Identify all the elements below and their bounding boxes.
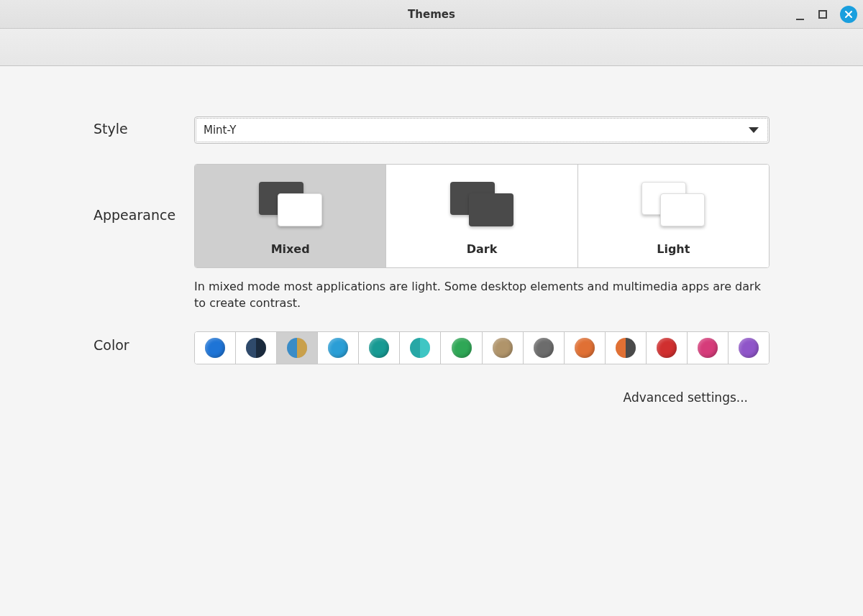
appearance-preview-light: [637, 179, 709, 229]
swatch-icon: [205, 338, 225, 358]
color-swatch-blue[interactable]: [195, 332, 236, 364]
swatch-icon: [246, 338, 266, 358]
color-swatch-pink[interactable]: [688, 332, 729, 364]
appearance-label: Appearance: [93, 164, 194, 223]
color-palette: [194, 331, 770, 364]
appearance-options: Mixed Dark Light: [194, 164, 770, 268]
color-swatch-teal[interactable]: [359, 332, 400, 364]
swatch-icon: [493, 338, 513, 358]
color-swatch-purple[interactable]: [729, 332, 769, 364]
appearance-option-mixed[interactable]: Mixed: [195, 165, 386, 267]
toolbar: [0, 29, 863, 66]
color-label: Color: [93, 331, 194, 353]
swatch-icon: [575, 338, 595, 358]
swatch-icon: [328, 338, 348, 358]
swatch-icon: [616, 338, 636, 358]
color-swatch-orange-dark[interactable]: [606, 332, 647, 364]
swatch-icon: [369, 338, 389, 358]
swatch-icon: [657, 338, 677, 358]
color-swatch-blue-dark[interactable]: [236, 332, 277, 364]
color-swatch-aqua-split[interactable]: [400, 332, 441, 364]
swatch-icon: [287, 338, 307, 358]
content: Style Mint-Y Appearance Mixed: [0, 66, 863, 405]
style-body: Mint-Y: [194, 116, 770, 144]
advanced-settings-link[interactable]: Advanced settings...: [624, 390, 748, 405]
swatch-icon: [698, 338, 718, 358]
swatch-icon: [452, 338, 472, 358]
appearance-description: In mixed mode most applications are ligh…: [194, 278, 770, 311]
color-swatch-green[interactable]: [441, 332, 482, 364]
window-title: Themes: [408, 8, 455, 21]
appearance-preview-dark: [446, 179, 518, 229]
color-row: Color: [93, 331, 770, 364]
style-select-value: Mint-Y: [204, 124, 236, 137]
appearance-option-light-label: Light: [657, 242, 690, 256]
advanced-row: Advanced settings...: [93, 390, 770, 405]
close-icon: [844, 10, 853, 19]
color-swatch-red[interactable]: [647, 332, 688, 364]
color-swatch-grey[interactable]: [524, 332, 565, 364]
style-row: Style Mint-Y: [93, 116, 770, 144]
swatch-icon: [410, 338, 430, 358]
color-swatch-sand[interactable]: [483, 332, 524, 364]
color-swatch-orange[interactable]: [565, 332, 606, 364]
appearance-body: Mixed Dark Light In mixed mode most appl…: [194, 164, 770, 311]
window-controls: [794, 6, 857, 23]
color-swatch-blue-sand[interactable]: [277, 332, 318, 364]
appearance-option-light[interactable]: Light: [578, 165, 769, 267]
color-body: [194, 331, 770, 364]
color-swatch-sky[interactable]: [318, 332, 359, 364]
swatch-icon: [534, 338, 554, 358]
minimize-button[interactable]: [794, 9, 805, 20]
appearance-preview-mixed: [255, 179, 327, 229]
appearance-option-dark[interactable]: Dark: [386, 165, 577, 267]
maximize-button[interactable]: [818, 10, 827, 19]
close-button[interactable]: [840, 6, 857, 23]
style-label: Style: [93, 116, 194, 137]
swatch-icon: [739, 338, 759, 358]
appearance-option-dark-label: Dark: [467, 242, 498, 256]
titlebar: Themes: [0, 0, 863, 29]
appearance-row: Appearance Mixed Dark: [93, 164, 770, 311]
chevron-down-icon: [749, 127, 759, 133]
appearance-option-mixed-label: Mixed: [271, 242, 310, 256]
style-select[interactable]: Mint-Y: [194, 116, 770, 144]
